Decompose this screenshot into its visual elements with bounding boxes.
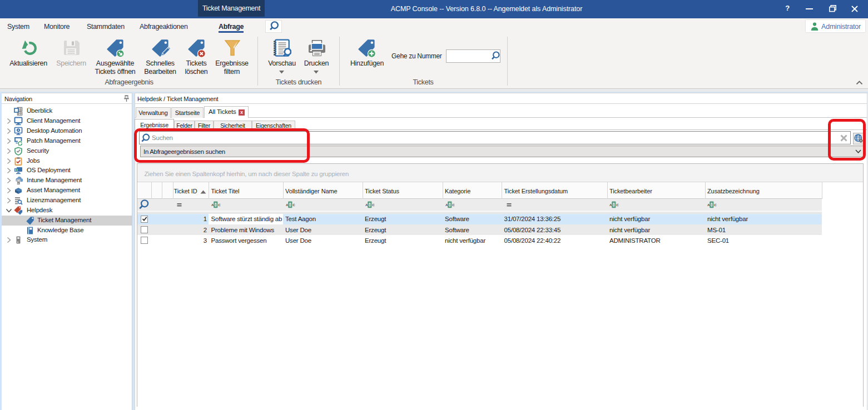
svg-text:C: C — [218, 203, 221, 207]
svg-text:C: C — [292, 203, 295, 207]
svg-text:C: C — [372, 203, 375, 207]
svg-text:C: C — [714, 203, 717, 207]
svg-text:C: C — [616, 203, 619, 207]
svg-text:C: C — [452, 203, 455, 207]
